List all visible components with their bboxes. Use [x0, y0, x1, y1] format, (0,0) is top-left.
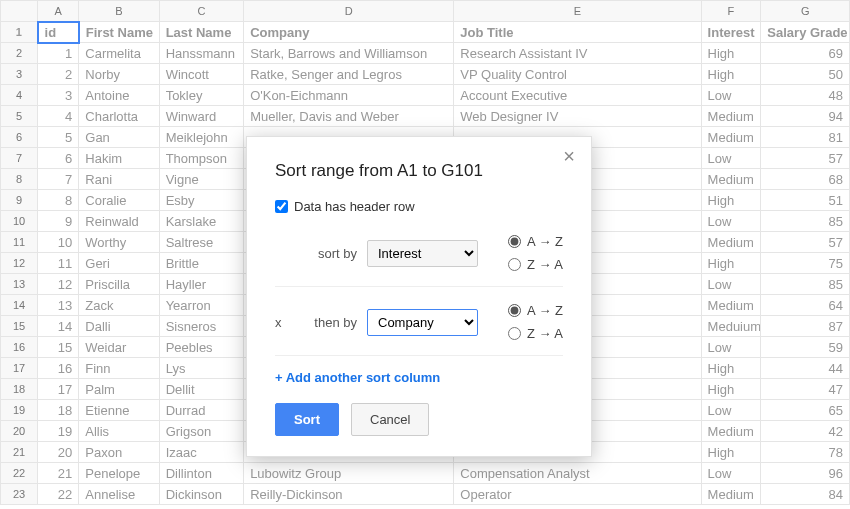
- sort-asc-radio-2[interactable]: [508, 304, 521, 317]
- sort-criterion-2: x then by idFirst NameLast NameCompanyJo…: [275, 297, 563, 356]
- sort-desc-1[interactable]: Z → A: [508, 257, 563, 272]
- then-by-label: then by: [295, 315, 357, 330]
- sort-by-label: sort by: [295, 246, 357, 261]
- sort-desc-radio-1[interactable]: [508, 258, 521, 271]
- sort-desc-radio-2[interactable]: [508, 327, 521, 340]
- remove-criterion-icon[interactable]: x: [275, 315, 285, 330]
- sort-range-dialog: × Sort range from A1 to G101 Data has he…: [246, 136, 592, 457]
- sort-button[interactable]: Sort: [275, 403, 339, 436]
- sort-asc-2[interactable]: A → Z: [508, 303, 563, 318]
- sort-column-select-2[interactable]: idFirst NameLast NameCompanyJob TitleInt…: [367, 309, 478, 336]
- header-row-checkbox-label: Data has header row: [294, 199, 415, 214]
- sort-column-select-1[interactable]: idFirst NameLast NameCompanyJob TitleInt…: [367, 240, 478, 267]
- sort-desc-2[interactable]: Z → A: [508, 326, 563, 341]
- sort-asc-1[interactable]: A → Z: [508, 234, 563, 249]
- dialog-title: Sort range from A1 to G101: [275, 161, 563, 181]
- cancel-button[interactable]: Cancel: [351, 403, 429, 436]
- sort-asc-radio-1[interactable]: [508, 235, 521, 248]
- close-icon[interactable]: ×: [557, 145, 581, 167]
- sort-criterion-1: sort by idFirst NameLast NameCompanyJob …: [275, 228, 563, 287]
- add-sort-column-link[interactable]: + Add another sort column: [275, 370, 440, 385]
- dialog-backdrop: × Sort range from A1 to G101 Data has he…: [0, 0, 850, 509]
- header-row-checkbox[interactable]: [275, 200, 288, 213]
